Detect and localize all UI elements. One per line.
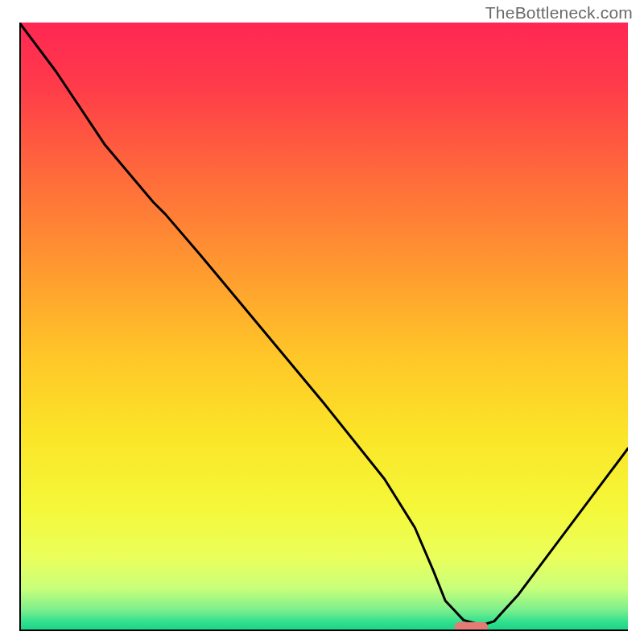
bottleneck-chart <box>19 23 628 631</box>
gradient-background <box>19 23 628 631</box>
chart-container <box>19 23 628 631</box>
watermark-text: TheBottleneck.com <box>485 3 633 23</box>
